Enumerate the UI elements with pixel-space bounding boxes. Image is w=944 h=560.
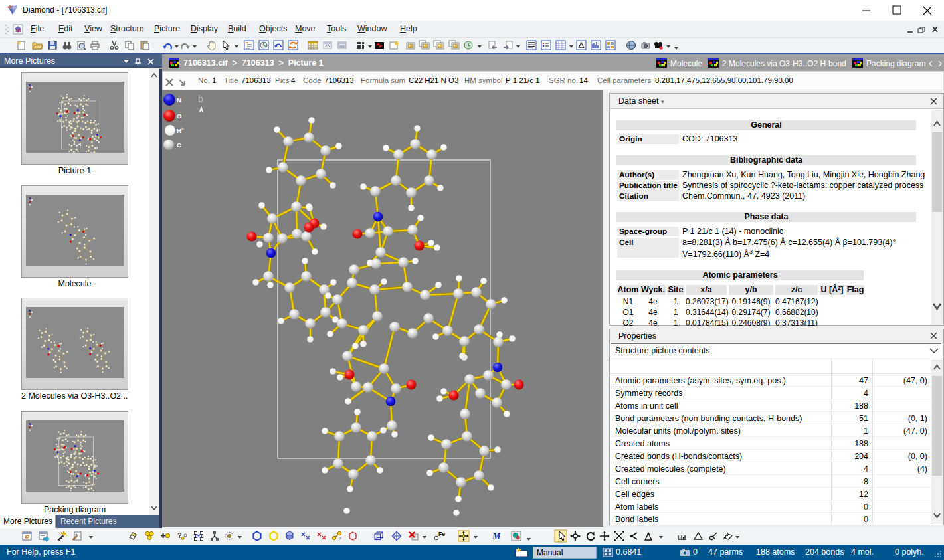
svg-text:O: O	[177, 112, 181, 120]
svg-text:H: H	[177, 127, 181, 134]
svg-text:Fe: Fe	[438, 531, 445, 537]
svg-text:C: C	[177, 141, 181, 149]
svg-text:N: N	[177, 96, 181, 104]
svg-text:b: b	[198, 94, 203, 104]
svg-text:M: M	[492, 531, 501, 541]
svg-text:3d: 3d	[15, 28, 21, 33]
